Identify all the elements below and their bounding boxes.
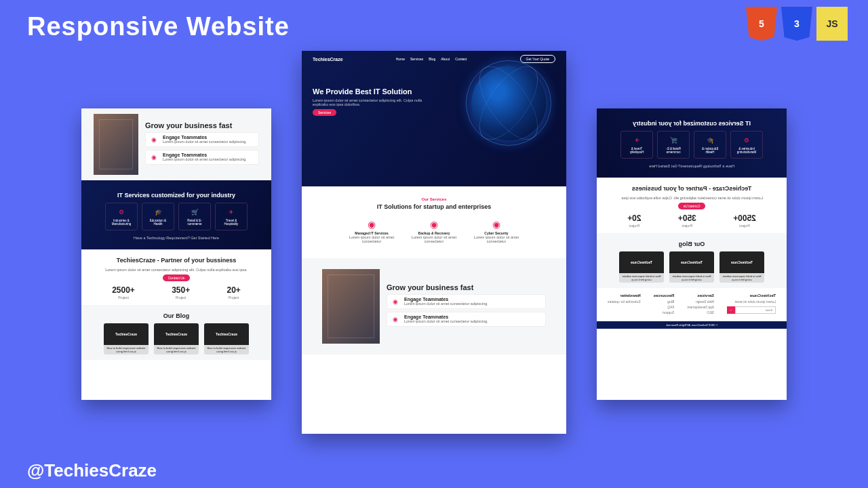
contact-button[interactable]: Contact Us (678, 203, 706, 209)
cart-icon: 🛒 (669, 136, 678, 145)
service-card[interactable]: ◉Managed IT ServicesLorem ipsum dolor si… (348, 220, 395, 243)
subscribe-button[interactable]: → (727, 306, 735, 314)
industry-card[interactable]: ✈Travel & Hospitality (620, 131, 653, 159)
factory-icon: ⚙ (742, 136, 751, 145)
stat: 2500+Project (112, 285, 135, 300)
blog-heading: Our Blog (94, 312, 259, 319)
nav-link-contact[interactable]: Contact (455, 57, 467, 61)
nav-link-services[interactable]: Services (410, 57, 423, 61)
fingerprint-icon: ◉ (149, 152, 159, 162)
nav-link-about[interactable]: About (441, 57, 450, 61)
page-title: Responsive Website (27, 12, 290, 41)
tech-badges: HTML 5 CSS 3 JS (746, 7, 848, 41)
stat: 2500+Project (733, 214, 756, 228)
stat: 350+Project (172, 285, 190, 300)
css3-icon: CSS 3 (781, 7, 812, 41)
fingerprint-icon: ◉ (391, 314, 400, 324)
fingerprint-icon: ◉ (391, 297, 400, 306)
globe-graphic (471, 66, 546, 140)
plane-icon: ✈ (226, 207, 236, 217)
feature-item: ◉ Engage TeammatesLorem ipsum dolor sit … (387, 312, 546, 327)
industry-card[interactable]: ✈Travel & Hospitality (215, 203, 248, 230)
service-card[interactable]: ◉Cyber SecurityLorem ipsum dolor sit ame… (473, 220, 520, 243)
plane-icon: ✈ (632, 136, 642, 145)
about-heading: TechiesCraze - Partner of your bussiness (94, 257, 259, 264)
education-icon: 🎓 (705, 136, 715, 145)
contact-button[interactable]: Contact Us (163, 274, 191, 281)
industry-card[interactable]: 🎓Education & Health (142, 203, 174, 230)
footer-brand: TechiesCraze (727, 293, 776, 298)
brand-logo[interactable]: TechiesCraze (313, 57, 343, 62)
html-label: HTML (753, 0, 770, 4)
industry-card[interactable]: ⚙Industries & Manufacturing (730, 131, 763, 159)
blog-card[interactable]: TechiesCrazeHow to build responsive webs… (669, 251, 714, 283)
feature-item: ◉ Engage TeammatesLorem ipsum dolor sit … (387, 294, 546, 309)
education-icon: 🎓 (153, 207, 163, 217)
html5-icon: HTML 5 (746, 7, 777, 41)
industries-note: Have a Technology Requirement? Get Start… (94, 236, 259, 240)
features-heading: Grow your business fast (145, 121, 259, 129)
blog-card[interactable]: TechiesCrazeHow to build responsive webs… (204, 323, 249, 354)
factory-icon: ⚙ (117, 207, 126, 217)
industry-card[interactable]: 🛒Retail & E-commerce (178, 203, 211, 230)
stat: 350+Project (678, 214, 696, 228)
blog-card[interactable]: TechiesCrazeHow to build responsive webs… (104, 323, 149, 354)
hero-subtitle: Lorem ipsum dolor sit amet consectetur a… (313, 98, 433, 106)
feature-item: ◉ Engage TeammatesLorem ipsum dolor sit … (145, 132, 259, 147)
blog-heading: Our Blog (609, 241, 774, 247)
industries-note: Have a Technology Requirement? Get Start… (609, 164, 774, 168)
about-desc: Lorem ipsum dolor sit amet consectetur a… (609, 196, 774, 200)
quote-button[interactable]: Get Your Quote (520, 55, 555, 63)
blog-card[interactable]: TechiesCrazeHow to build responsive webs… (619, 251, 664, 283)
industries-heading: IT Services customized for your industry (609, 120, 774, 127)
feature-item: ◉ Engage TeammatesLorem ipsum dolor sit … (145, 150, 259, 165)
footer: TechiesCrazeLorem ipsum dolor sit amet →… (597, 288, 787, 321)
blog-card[interactable]: TechiesCrazeHow to build responsive webs… (154, 323, 199, 354)
nav-link-home[interactable]: Home (396, 57, 405, 61)
copyright: © 2023 TechiesCraze. All Rights Reserved… (597, 321, 787, 329)
service-icon: ◉ (429, 220, 439, 229)
fingerprint-icon: ◉ (149, 135, 159, 144)
hero-title: We Provide Best IT Solution (313, 87, 433, 96)
author-handle: @TechiesCraze (27, 460, 157, 481)
about-desc: Lorem ipsum dolor sit amet consectetur a… (94, 268, 259, 272)
preview-right: IT Services customized for your industry… (597, 108, 787, 400)
industry-card[interactable]: ⚙Industries & Manufacturing (105, 203, 138, 230)
blog-card[interactable]: TechiesCrazeHow to build responsive webs… (719, 251, 764, 283)
office-image (322, 269, 380, 344)
nav-link-blog[interactable]: Blog (429, 57, 435, 61)
industry-card[interactable]: 🛒Retail & E-commerce (657, 131, 690, 159)
stat: 20+Project (226, 285, 240, 300)
features-heading: Grow your business fast (387, 283, 546, 291)
industry-card[interactable]: 🎓Education & Health (694, 131, 726, 159)
about-heading: TechiesCraze - Partner of your bussiness (609, 185, 774, 192)
services-heading: IT Solutions for startup and enterprises (314, 203, 554, 210)
service-icon: ◉ (367, 220, 376, 229)
js-icon: JS (816, 7, 848, 41)
cart-icon: 🛒 (190, 207, 199, 217)
stat: 20+Project (627, 214, 641, 228)
hero-cta-button[interactable]: Services (313, 109, 336, 116)
industries-heading: IT Services customized for your industry (94, 192, 259, 199)
css-label: CSS (791, 0, 804, 4)
preview-center: TechiesCraze Home Services Blog About Co… (302, 51, 566, 434)
service-card[interactable]: ◉Backup & RecoveryLorem ipsum dolor sit … (410, 220, 458, 243)
service-icon: ◉ (492, 220, 501, 229)
office-image (94, 114, 138, 175)
services-tag: Our Services (314, 197, 554, 201)
preview-left: Grow your business fast ◉ Engage Teammat… (81, 108, 271, 400)
newsletter-input[interactable] (735, 306, 776, 314)
